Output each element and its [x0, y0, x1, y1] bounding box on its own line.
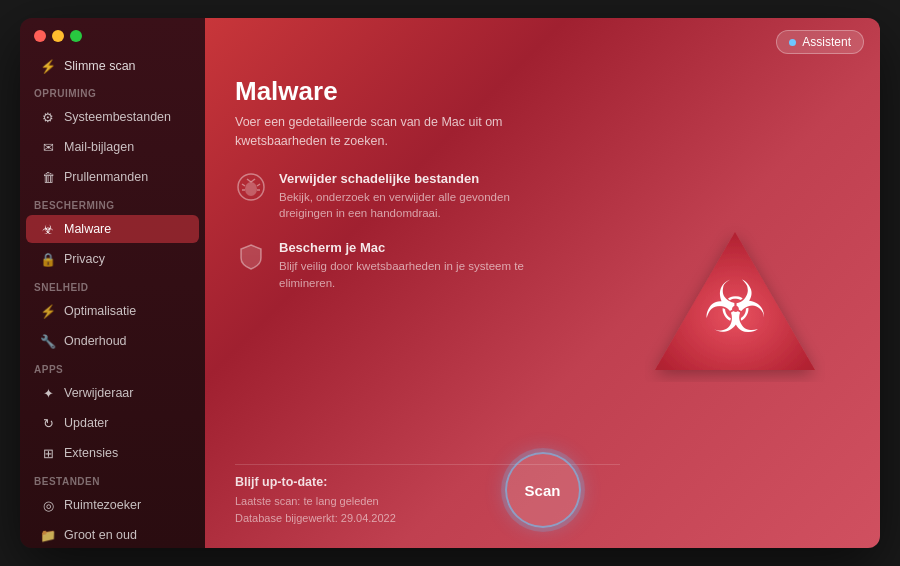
sidebar-item-label: Extensies: [64, 446, 118, 460]
section-label-opruiming: Opruiming: [20, 80, 205, 102]
biohazard-container: ☣: [645, 222, 825, 382]
right-content: ☣: [620, 76, 850, 528]
svg-line-2: [247, 179, 251, 182]
svg-line-5: [257, 184, 260, 186]
sidebar-item-label: Prullenmanden: [64, 170, 148, 184]
sidebar-item-groot-en-oud[interactable]: 📁 Groot en oud: [26, 521, 199, 548]
page-subtitle: Voer een gedetailleerde scan van de Mac …: [235, 113, 515, 151]
sidebar-item-ruimtezoeker[interactable]: ◎ Ruimtezoeker: [26, 491, 199, 519]
assistant-label: Assistent: [802, 35, 851, 49]
sidebar-item-malware[interactable]: ☣ Malware: [26, 215, 199, 243]
sidebar-item-updater[interactable]: ↻ Updater: [26, 409, 199, 437]
mail-icon: ✉: [40, 139, 56, 155]
main-header: Assistent: [205, 18, 880, 66]
sidebar-item-optimalisatie[interactable]: ⚡ Optimalisatie: [26, 297, 199, 325]
feature-title: Verwijder schadelijke bestanden: [279, 171, 539, 186]
traffic-lights: [20, 30, 205, 52]
shield-icon: [235, 240, 267, 272]
svg-line-4: [242, 184, 245, 186]
app-window: ⚡ Slimme scan Opruiming ⚙ Systeembestand…: [20, 18, 880, 548]
bug-icon: [235, 171, 267, 203]
extensions-icon: ⊞: [40, 445, 56, 461]
feature-text-verwijder: Verwijder schadelijke bestanden Bekijk, …: [279, 171, 539, 222]
sidebar-item-label: Onderhoud: [64, 334, 127, 348]
privacy-icon: 🔒: [40, 251, 56, 267]
maintenance-icon: 🔧: [40, 333, 56, 349]
triangle-background: ☣: [645, 222, 825, 382]
sidebar-item-label: Verwijderaar: [64, 386, 133, 400]
maximize-button[interactable]: [70, 30, 82, 42]
sidebar-item-label: Optimalisatie: [64, 304, 136, 318]
feature-item-verwijder: Verwijder schadelijke bestanden Bekijk, …: [235, 171, 620, 222]
assistant-badge[interactable]: Assistent: [776, 30, 864, 54]
space-icon: ◎: [40, 497, 56, 513]
sidebar-item-onderhoud[interactable]: 🔧 Onderhoud: [26, 327, 199, 355]
svg-point-1: [245, 182, 257, 196]
sidebar-item-systeembestanden[interactable]: ⚙ Systeembestanden: [26, 103, 199, 131]
sidebar-item-slimme-scan[interactable]: ⚡ Slimme scan: [26, 52, 199, 80]
smart-scan-icon: ⚡: [40, 58, 56, 74]
close-button[interactable]: [34, 30, 46, 42]
section-label-apps: Apps: [20, 356, 205, 378]
section-label-bescherming: Bescherming: [20, 192, 205, 214]
trash-icon: 🗑: [40, 169, 56, 185]
sidebar-item-label: Mail-bijlagen: [64, 140, 134, 154]
section-label-bestanden: Bestanden: [20, 468, 205, 490]
system-icon: ⚙: [40, 109, 56, 125]
feature-text-bescherm: Bescherm je Mac Blijf veilig door kwetsb…: [279, 240, 539, 291]
updater-icon: ↻: [40, 415, 56, 431]
sidebar-item-mail-bijlagen[interactable]: ✉ Mail-bijlagen: [26, 133, 199, 161]
sidebar-item-label: Updater: [64, 416, 108, 430]
sidebar-item-label: Malware: [64, 222, 111, 236]
optimization-icon: ⚡: [40, 303, 56, 319]
large-files-icon: 📁: [40, 527, 56, 543]
scan-button-label: Scan: [525, 482, 561, 499]
feature-item-bescherm: Bescherm je Mac Blijf veilig door kwetsb…: [235, 240, 620, 291]
section-label-snelheid: Snelheid: [20, 274, 205, 296]
main-panel: Assistent Malware Voer een gedetailleerd…: [205, 18, 880, 548]
sidebar-item-label: Groot en oud: [64, 528, 137, 542]
malware-icon: ☣: [40, 221, 56, 237]
uninstaller-icon: ✦: [40, 385, 56, 401]
feature-title: Bescherm je Mac: [279, 240, 539, 255]
sidebar-item-extensies[interactable]: ⊞ Extensies: [26, 439, 199, 467]
svg-line-3: [251, 179, 255, 182]
sidebar: ⚡ Slimme scan Opruiming ⚙ Systeembestand…: [20, 18, 205, 548]
page-title: Malware: [235, 76, 620, 107]
assistant-dot: [789, 39, 796, 46]
sidebar-item-label: Systeembestanden: [64, 110, 171, 124]
minimize-button[interactable]: [52, 30, 64, 42]
sidebar-item-label: Privacy: [64, 252, 105, 266]
sidebar-item-label: Slimme scan: [64, 59, 136, 73]
biohazard-icon: ☣: [703, 271, 768, 343]
scan-button-container: Scan: [505, 452, 581, 528]
feature-desc: Blijf veilig door kwetsbaarheden in je s…: [279, 258, 539, 291]
feature-desc: Bekijk, onderzoek en verwijder alle gevo…: [279, 189, 539, 222]
sidebar-item-prullenmanden[interactable]: 🗑 Prullenmanden: [26, 163, 199, 191]
sidebar-item-privacy[interactable]: 🔒 Privacy: [26, 245, 199, 273]
sidebar-item-label: Ruimtezoeker: [64, 498, 141, 512]
sidebar-item-verwijderaar[interactable]: ✦ Verwijderaar: [26, 379, 199, 407]
scan-button[interactable]: Scan: [505, 452, 581, 528]
